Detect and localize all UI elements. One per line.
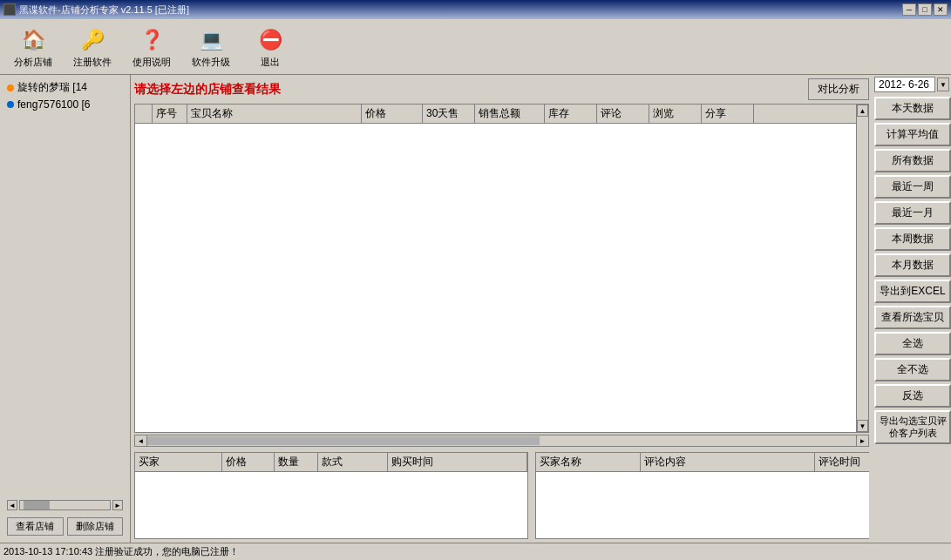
dot-blue-icon — [7, 101, 14, 108]
h-scroll-left[interactable]: ◄ — [135, 435, 147, 446]
col-browse: 浏览 — [649, 105, 702, 123]
v-scroll-up[interactable]: ▲ — [857, 105, 868, 117]
col-total: 销售总额 — [475, 105, 545, 123]
toolbar-register-label: 注册软件 — [73, 56, 112, 69]
toolbar-analyze-label: 分析店铺 — [14, 56, 52, 69]
compare-button[interactable]: 对比分析 — [808, 78, 869, 100]
toolbar-exit-label: 退出 — [261, 56, 280, 69]
btn-export-reviews[interactable]: 导出勾选宝贝评价客户列表 — [874, 410, 951, 444]
sidebar-scroll-left[interactable]: ◄ — [7, 500, 17, 510]
btn-this-week[interactable]: 本周数据 — [874, 227, 951, 251]
status-text: 2013-10-13 17:10:43 注册验证成功，您的电脑已注册！ — [3, 545, 239, 558]
purchase-table: 买家 价格 数量 款式 购买时间 — [134, 452, 528, 539]
title-bar-controls: ─ □ ✕ — [902, 3, 948, 16]
view-shop-button[interactable]: 查看店铺 — [7, 517, 64, 536]
col-review-content: 评论内容 — [641, 453, 815, 471]
content-area: 请选择左边的店铺查看结果 对比分析 序号 宝贝名称 价格 30天售 销售总额 库… — [131, 75, 873, 543]
col-review-time: 评论时间 — [815, 453, 869, 471]
col-review: 评论 — [597, 105, 649, 123]
col-30sale: 30天售 — [423, 105, 475, 123]
col-seq: 序号 — [153, 105, 187, 123]
table-v-scrollbar: ▲ ▼ — [856, 105, 868, 432]
toolbar-analyze[interactable]: 🏠 分析店铺 — [7, 24, 59, 69]
toolbar-manual-label: 使用说明 — [132, 56, 171, 69]
title-bar: 黑谍软件-店铺分析专家 v2.11.5 [已注册] ─ □ ✕ — [0, 0, 951, 19]
sidebar-scroll-arrows: ◄ ► — [7, 500, 123, 510]
review-table: 买家名称 评论内容 评论时间 — [535, 452, 869, 539]
date-dropdown[interactable]: ▼ — [937, 78, 949, 91]
h-scroll-right[interactable]: ► — [856, 435, 868, 446]
col-name: 宝贝名称 — [187, 105, 362, 123]
btn-all-data[interactable]: 所有数据 — [874, 149, 951, 172]
btn-deselect-all[interactable]: 全不选 — [874, 358, 951, 381]
col-price: 价格 — [362, 105, 423, 123]
h-scroll-track — [147, 435, 856, 446]
status-bar: 2013-10-13 17:10:43 注册验证成功，您的电脑已注册！ — [0, 543, 951, 560]
date-selector: 2012- 6-26 ▼ — [874, 77, 949, 92]
main-container: 旋转的梦瑞 [14 feng7576100 [6 ◄ ► 查看店铺 删除店铺 请… — [0, 75, 951, 543]
col-buyer: 买家 — [135, 453, 222, 471]
exit-icon: ⛔ — [255, 24, 286, 56]
col-reviewer-name: 买家名称 — [536, 453, 641, 471]
toolbar-upgrade[interactable]: 💻 软件升级 — [185, 24, 237, 69]
col-purchase-price: 价格 — [222, 453, 275, 471]
title-bar-left: 黑谍软件-店铺分析专家 v2.11.5 [已注册] — [3, 3, 189, 17]
sidebar-bottom: ◄ ► 查看店铺 删除店铺 — [3, 496, 126, 539]
btn-last-week[interactable]: 最近一周 — [874, 175, 951, 199]
dot-orange-icon — [7, 84, 14, 91]
btn-select-all[interactable]: 全选 — [874, 332, 951, 355]
btn-view-items[interactable]: 查看所选宝贝 — [874, 306, 951, 329]
delete-shop-button[interactable]: 删除店铺 — [67, 517, 124, 536]
review-table-header: 买家名称 评论内容 评论时间 — [536, 453, 869, 472]
btn-invert-select[interactable]: 反选 — [874, 384, 951, 408]
app-title: 黑谍软件-店铺分析专家 v2.11.5 [已注册] — [19, 3, 189, 17]
btn-this-month[interactable]: 本月数据 — [874, 253, 951, 277]
toolbar-manual[interactable]: ❓ 使用说明 — [126, 24, 178, 69]
right-panel: 2012- 6-26 ▼ 本天数据 计算平均值 所有数据 最近一周 最近一月 本… — [873, 75, 951, 543]
col-style: 款式 — [318, 453, 388, 471]
sidebar-item-shop2[interactable]: feng7576100 [6 — [3, 97, 126, 112]
main-table: 序号 宝贝名称 价格 30天售 销售总额 库存 评论 浏览 分享 — [135, 105, 856, 432]
col-share: 分享 — [702, 105, 754, 123]
col-purchase-time: 购买时间 — [388, 453, 527, 471]
btn-today[interactable]: 本天数据 — [874, 97, 951, 120]
app-icon — [3, 3, 16, 16]
question-icon: ❓ — [136, 24, 167, 56]
table-header: 序号 宝贝名称 价格 30天售 销售总额 库存 评论 浏览 分享 — [135, 105, 856, 124]
toolbar-register[interactable]: 🔑 注册软件 — [66, 24, 119, 69]
btn-last-month[interactable]: 最近一月 — [874, 201, 951, 225]
col-check — [135, 105, 153, 123]
v-scroll-down[interactable]: ▼ — [857, 420, 868, 432]
content-header: 请选择左边的店铺查看结果 对比分析 — [134, 78, 869, 100]
h-scrollbar-main: ◄ ► — [134, 435, 869, 447]
sidebar-action-buttons: 查看店铺 删除店铺 — [7, 517, 123, 536]
h-scroll-thumb — [147, 436, 540, 445]
purchase-table-body — [135, 472, 527, 538]
btn-export-excel[interactable]: 导出到EXCEL — [874, 280, 951, 303]
review-table-body — [536, 472, 869, 538]
sidebar-item-shop1-label: 旋转的梦瑞 [14 — [17, 80, 87, 95]
sidebar-item-shop1[interactable]: 旋转的梦瑞 [14 — [3, 78, 126, 97]
computer-icon: 💻 — [195, 24, 227, 56]
col-quantity: 数量 — [275, 453, 318, 471]
toolbar-upgrade-label: 软件升级 — [192, 56, 230, 69]
key-icon: 🔑 — [77, 24, 108, 56]
date-input[interactable]: 2012- 6-26 — [874, 77, 935, 92]
minimize-button[interactable]: ─ — [902, 3, 916, 16]
table-body — [135, 124, 856, 432]
sidebar-item-shop2-label: feng7576100 [6 — [17, 98, 90, 111]
v-scroll-track — [857, 117, 868, 420]
close-button[interactable]: ✕ — [934, 3, 948, 16]
purchase-table-header: 买家 价格 数量 款式 购买时间 — [135, 453, 527, 472]
toolbar: 🏠 分析店铺 🔑 注册软件 ❓ 使用说明 💻 软件升级 ⛔ 退出 — [0, 19, 951, 75]
bottom-split: 买家 价格 数量 款式 购买时间 买家名称 评论内容 评论时间 — [134, 452, 869, 539]
toolbar-exit[interactable]: ⛔ 退出 — [244, 24, 296, 69]
btn-calc-avg[interactable]: 计算平均值 — [874, 123, 951, 146]
content-header-text: 请选择左边的店铺查看结果 — [134, 82, 281, 98]
home-icon: 🏠 — [17, 24, 49, 56]
col-stock: 库存 — [545, 105, 597, 123]
sidebar-scroll-right[interactable]: ► — [112, 500, 123, 510]
maximize-button[interactable]: □ — [918, 3, 932, 16]
sidebar: 旋转的梦瑞 [14 feng7576100 [6 ◄ ► 查看店铺 删除店铺 — [0, 75, 131, 543]
